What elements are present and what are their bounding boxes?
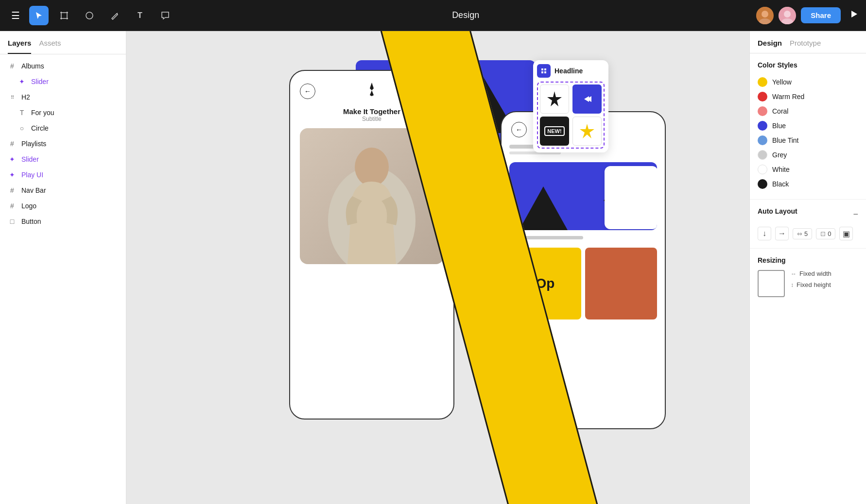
right-panel: Design Prototype Color Styles Yellow War…	[749, 31, 866, 504]
tab-assets[interactable]: Assets	[39, 39, 61, 54]
headline-icon-bg	[537, 64, 551, 78]
shape-tool[interactable]	[80, 6, 99, 25]
layer-slider-2[interactable]: ✦ Slider	[0, 151, 126, 167]
color-item-white[interactable]: White	[758, 162, 858, 177]
auto-layout-header: Auto Layout −	[758, 207, 858, 221]
circle-icon: ○	[17, 124, 26, 132]
auto-layout-section: Auto Layout − ↓ → ⇔ 5 ⊡ 0 ▣	[750, 200, 866, 249]
icon-rewind	[572, 84, 602, 114]
avatar-1[interactable]	[756, 7, 774, 24]
layer-name: Slider	[21, 155, 39, 163]
rect-icon: □	[8, 218, 17, 225]
color-swatch-blue-tint	[758, 135, 767, 145]
padding-value[interactable]: ⊡ 0	[816, 228, 835, 239]
layer-name: H2	[21, 93, 30, 101]
component-icon: ✦	[8, 171, 17, 179]
layer-nav-bar[interactable]: # Nav Bar	[0, 183, 126, 198]
person-silhouette	[323, 138, 420, 264]
svg-rect-0	[61, 13, 67, 18]
color-swatch-white	[758, 165, 767, 174]
layer-name: Nav Bar	[21, 186, 46, 194]
svg-point-22	[355, 148, 389, 186]
headline-card-header: Headline	[537, 64, 605, 78]
layer-circle[interactable]: ○ Circle	[0, 120, 126, 136]
layer-name: Circle	[31, 124, 49, 132]
color-item-yellow[interactable]: Yellow	[758, 75, 858, 89]
color-swatch-black	[758, 179, 767, 189]
color-item-grey[interactable]: Grey	[758, 148, 858, 162]
color-name-coral: Coral	[772, 107, 788, 115]
avatar-2[interactable]	[779, 7, 796, 24]
color-item-blue-tint[interactable]: Blue Tint	[758, 133, 858, 148]
layer-name: Logo	[21, 202, 36, 210]
frame-tool[interactable]	[54, 6, 74, 25]
play-presentation-button[interactable]	[849, 10, 858, 21]
auto-layout-title: Auto Layout	[758, 207, 797, 215]
layer-foryou[interactable]: T For you	[0, 105, 126, 120]
svg-marker-17	[547, 91, 562, 106]
fixed-height-label: Fixed height	[797, 281, 831, 288]
padding-icon: ⊡	[820, 230, 826, 237]
back-button-2[interactable]: ←	[511, 122, 527, 137]
layer-slider-1[interactable]: ✦ Slider	[0, 74, 126, 89]
fixed-width-icon: ↔	[791, 270, 797, 277]
svg-point-9	[86, 12, 93, 19]
color-name-black: Black	[772, 180, 789, 188]
canvas[interactable]: Headline NEW!	[126, 31, 749, 504]
color-item-blue[interactable]: Blue	[758, 118, 858, 133]
direction-down-arrow[interactable]: ↓	[758, 227, 771, 240]
hash-icon: #	[8, 202, 17, 210]
select-tool[interactable]	[29, 6, 49, 25]
pen-tool[interactable]	[105, 6, 124, 25]
fixed-height-option[interactable]: ↕ Fixed height	[791, 281, 831, 288]
layer-playlists[interactable]: # Playlists	[0, 136, 126, 151]
layer-button[interactable]: □ Button	[0, 214, 126, 229]
layer-play-ui[interactable]: ✦ Play UI	[0, 167, 126, 183]
align-button[interactable]: ▣	[839, 227, 853, 240]
white-card-right	[605, 166, 657, 229]
topbar: ☰ T Design Share	[0, 0, 866, 31]
icons-grid: NEW!	[537, 82, 605, 149]
comment-tool[interactable]	[156, 6, 175, 25]
right-panel-tabs: Design Prototype	[750, 31, 866, 53]
spacing-value[interactable]: ⇔ 5	[793, 228, 812, 239]
back-button-1[interactable]: ←	[300, 84, 315, 99]
hash-icon: #	[8, 186, 17, 194]
svg-marker-16	[851, 11, 857, 17]
color-item-coral[interactable]: Coral	[758, 104, 858, 118]
color-swatch-yellow	[758, 77, 767, 87]
color-name-white: White	[772, 166, 790, 173]
text-tool[interactable]: T	[130, 6, 150, 25]
layer-h2[interactable]: ⠿ H2	[0, 89, 126, 105]
fixed-width-option[interactable]: ↔ Fixed width	[791, 270, 831, 277]
tab-layers[interactable]: Layers	[8, 39, 31, 54]
icon-starburst	[540, 84, 569, 114]
spacing-icon: ⇔	[797, 230, 802, 237]
component-icon: ✦	[17, 78, 26, 85]
tab-prototype[interactable]: Prototype	[790, 39, 821, 53]
tab-design[interactable]: Design	[758, 39, 782, 53]
share-button[interactable]: Share	[801, 7, 841, 23]
color-name-grey: Grey	[772, 151, 787, 159]
color-name-blue-tint: Blue Tint	[772, 136, 798, 144]
padding-number: 0	[828, 230, 831, 237]
main-content: Layers Assets # Albums ✦ Slider ⠿ H2 T F…	[0, 31, 866, 504]
direction-right-arrow[interactable]: →	[775, 227, 789, 240]
color-item-warm-red[interactable]: Warm Red	[758, 89, 858, 104]
layer-logo[interactable]: # Logo	[0, 198, 126, 214]
icon-star-yellow	[572, 117, 602, 146]
frame2-album-art: ▶	[509, 162, 657, 230]
resizing-preview-box	[758, 270, 785, 297]
frame2-shape-1	[519, 186, 568, 230]
resizing-options: ↔ Fixed width ↕ Fixed height	[791, 270, 831, 288]
color-styles-title: Color Styles	[758, 61, 858, 69]
auto-layout-minus-button[interactable]: −	[853, 209, 858, 219]
resizing-content: ↔ Fixed width ↕ Fixed height	[758, 270, 858, 297]
color-styles-section: Color Styles Yellow Warm Red Coral Blue	[750, 53, 866, 200]
color-item-black[interactable]: Black	[758, 177, 858, 191]
left-panel: Layers Assets # Albums ✦ Slider ⠿ H2 T F…	[0, 31, 126, 504]
svg-point-11	[762, 11, 768, 17]
icon-new-badge: NEW!	[540, 117, 569, 146]
menu-icon[interactable]: ☰	[8, 10, 23, 21]
layer-albums[interactable]: # Albums	[0, 58, 126, 74]
